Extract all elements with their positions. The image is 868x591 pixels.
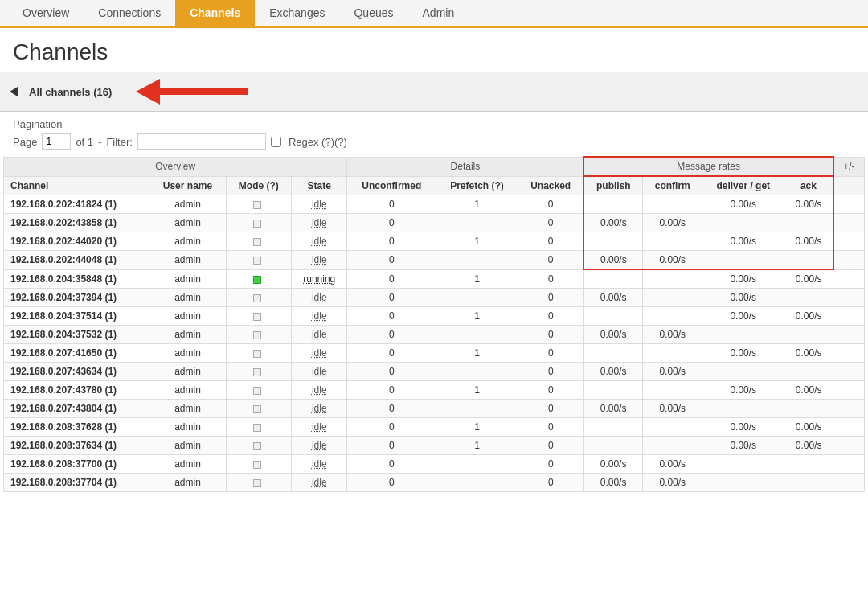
table-row[interactable]: 192.168.0.207:41650 (1) admin idle 0 1 0… — [4, 344, 865, 363]
regex-label: Regex (?)(?) — [289, 136, 347, 148]
table-row[interactable]: 192.168.0.202:41824 (1) admin idle 0 1 0… — [4, 195, 865, 214]
cell-user: admin — [149, 326, 226, 344]
table-row[interactable]: 192.168.0.208:37700 (1) admin idle 0 0 0… — [4, 455, 865, 474]
cell-user: admin — [149, 251, 226, 270]
cell-extra — [833, 289, 865, 307]
cell-channel[interactable]: 192.168.0.208:37704 (1) — [4, 474, 149, 492]
filter-label: Filter: — [106, 136, 133, 148]
pagination-row: Page of 1 - Filter: Regex (?)(?) — [13, 133, 855, 150]
cell-deliver — [702, 326, 784, 344]
page-input[interactable] — [42, 133, 71, 150]
cell-deliver: 0.00/s — [702, 195, 784, 214]
cell-deliver — [702, 214, 784, 232]
cell-ack: 0.00/s — [784, 307, 833, 326]
cell-deliver: 0.00/s — [702, 437, 784, 455]
cell-publish: 0.00/s — [583, 363, 642, 381]
cell-deliver: 0.00/s — [702, 232, 784, 251]
cell-unacked: 0 — [518, 437, 583, 455]
red-arrow-svg — [136, 77, 248, 106]
cell-channel[interactable]: 192.168.0.204:37532 (1) — [4, 326, 149, 344]
mode-box — [253, 368, 261, 376]
page-title: Channels — [0, 28, 868, 72]
col-confirm: confirm — [643, 176, 702, 195]
cell-channel[interactable]: 192.168.0.204:37394 (1) — [4, 289, 149, 307]
cell-deliver — [702, 363, 784, 381]
group-header-row: Overview Details Message rates +/- — [4, 157, 865, 176]
mode-box — [253, 442, 261, 450]
table-row[interactable]: 192.168.0.207:43804 (1) admin idle 0 0 0… — [4, 400, 865, 418]
nav-admin[interactable]: Admin — [408, 0, 469, 26]
table-body: 192.168.0.202:41824 (1) admin idle 0 1 0… — [4, 195, 865, 492]
cell-mode — [226, 344, 291, 363]
table-row[interactable]: 192.168.0.202:44020 (1) admin idle 0 1 0… — [4, 232, 865, 251]
group-plusminus[interactable]: +/- — [833, 157, 865, 176]
cell-mode — [226, 437, 291, 455]
col-channel: Channel — [4, 176, 149, 195]
table-row[interactable]: 192.168.0.202:44048 (1) admin idle 0 0 0… — [4, 251, 865, 270]
nav-overview[interactable]: Overview — [8, 0, 84, 26]
cell-prefetch: 1 — [436, 381, 518, 400]
cell-publish: 0.00/s — [583, 289, 642, 307]
mode-box-green — [253, 276, 261, 284]
col-deliver: deliver / get — [702, 176, 784, 195]
cell-user: admin — [149, 437, 226, 455]
nav-queues[interactable]: Queues — [339, 0, 407, 26]
cell-unacked: 0 — [518, 363, 583, 381]
cell-user: admin — [149, 269, 226, 289]
table-row[interactable]: 192.168.0.204:37394 (1) admin idle 0 0 0… — [4, 289, 865, 307]
filter-input[interactable] — [137, 133, 266, 150]
cell-channel[interactable]: 192.168.0.207:43634 (1) — [4, 363, 149, 381]
section-label: All channels (16) — [29, 86, 112, 98]
cell-publish: 0.00/s — [583, 455, 642, 474]
cell-channel[interactable]: 192.168.0.207:43804 (1) — [4, 400, 149, 418]
table-row[interactable]: 192.168.0.208:37634 (1) admin idle 0 1 0… — [4, 437, 865, 455]
table-row[interactable]: 192.168.0.208:37704 (1) admin idle 0 0 0… — [4, 474, 865, 492]
table-row[interactable]: 192.168.0.204:35848 (1) admin running 0 … — [4, 269, 865, 289]
table-row[interactable]: 192.168.0.204:37532 (1) admin idle 0 0 0… — [4, 326, 865, 344]
cell-extra — [833, 344, 865, 363]
collapse-icon — [10, 87, 18, 96]
table-row[interactable]: 192.168.0.208:37628 (1) admin idle 0 1 0… — [4, 418, 865, 437]
mode-box — [253, 313, 261, 321]
cell-confirm: 0.00/s — [643, 455, 702, 474]
col-state: State — [292, 176, 347, 195]
cell-deliver — [702, 251, 784, 270]
cell-publish: 0.00/s — [583, 400, 642, 418]
cell-channel[interactable]: 192.168.0.207:41650 (1) — [4, 344, 149, 363]
cell-channel[interactable]: 192.168.0.208:37700 (1) — [4, 455, 149, 474]
regex-checkbox[interactable] — [271, 137, 281, 147]
cell-mode — [226, 455, 291, 474]
cell-confirm — [643, 437, 702, 455]
cell-ack — [784, 289, 833, 307]
cell-channel[interactable]: 192.168.0.202:44048 (1) — [4, 251, 149, 270]
nav-connections[interactable]: Connections — [84, 0, 175, 26]
cell-channel[interactable]: 192.168.0.208:37634 (1) — [4, 437, 149, 455]
cell-unconfirmed: 0 — [347, 381, 436, 400]
page-label: Page — [13, 136, 37, 148]
channels-table: Overview Details Message rates +/- Chann… — [3, 156, 865, 492]
cell-channel[interactable]: 192.168.0.204:35848 (1) — [4, 269, 149, 289]
cell-state: idle — [292, 326, 347, 344]
cell-publish — [583, 437, 642, 455]
cell-unacked: 0 — [518, 289, 583, 307]
table-row[interactable]: 192.168.0.207:43634 (1) admin idle 0 0 0… — [4, 363, 865, 381]
table-row[interactable]: 192.168.0.207:43780 (1) admin idle 0 1 0… — [4, 381, 865, 400]
mode-box — [253, 461, 261, 469]
cell-channel[interactable]: 192.168.0.208:37628 (1) — [4, 418, 149, 437]
nav-channels[interactable]: Channels — [175, 0, 255, 26]
cell-prefetch — [436, 326, 518, 344]
nav-exchanges[interactable]: Exchanges — [255, 0, 339, 26]
cell-state: running — [292, 269, 347, 289]
cell-channel[interactable]: 192.168.0.207:43780 (1) — [4, 381, 149, 400]
cell-prefetch: 1 — [436, 232, 518, 251]
cell-unacked: 0 — [518, 418, 583, 437]
table-row[interactable]: 192.168.0.204:37514 (1) admin idle 0 1 0… — [4, 307, 865, 326]
cell-channel[interactable]: 192.168.0.204:37514 (1) — [4, 307, 149, 326]
table-row[interactable]: 192.168.0.202:43858 (1) admin idle 0 0 0… — [4, 214, 865, 232]
cell-channel[interactable]: 192.168.0.202:43858 (1) — [4, 214, 149, 232]
cell-unacked: 0 — [518, 251, 583, 270]
cell-ack — [784, 326, 833, 344]
cell-unconfirmed: 0 — [347, 437, 436, 455]
cell-channel[interactable]: 192.168.0.202:41824 (1) — [4, 195, 149, 214]
cell-channel[interactable]: 192.168.0.202:44020 (1) — [4, 232, 149, 251]
